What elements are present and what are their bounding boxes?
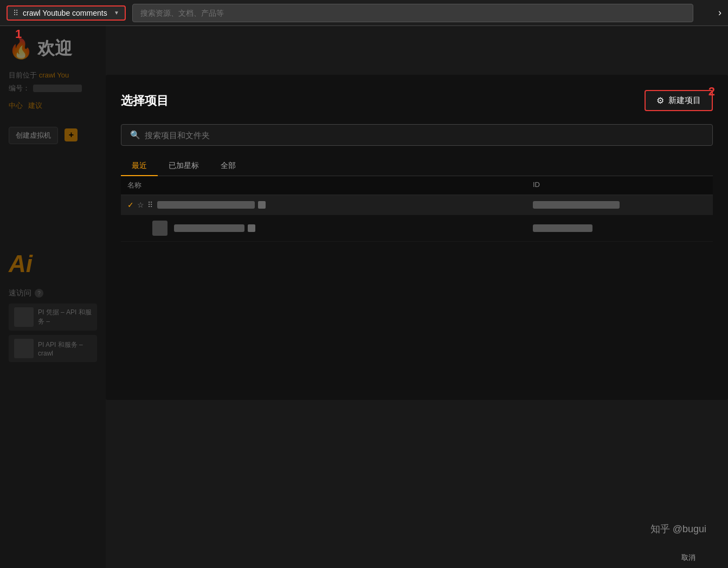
project-dots-icon: ⠿	[13, 9, 18, 17]
dots-icon: ⠿	[147, 201, 153, 209]
project-selector-label: crawl Youtube comments	[23, 9, 109, 17]
row-thumb-2	[152, 221, 167, 236]
topbar: ⠿ crawl Youtube comments ▼ ›	[0, 0, 728, 26]
tabs-row: 最近 已加星标 全部	[121, 157, 713, 176]
row-icons-1: ✓ ☆ ⠿	[127, 201, 153, 209]
row-tag-2	[248, 224, 255, 232]
tab-all[interactable]: 全部	[210, 157, 247, 176]
modal-search-input[interactable]	[145, 131, 704, 140]
tab-recent[interactable]: 最近	[121, 157, 158, 176]
row-id-blurred-1	[533, 201, 620, 209]
table-row[interactable]	[121, 215, 713, 242]
annotation-1: 1	[15, 27, 22, 41]
watermark: 知乎 @bugui	[650, 522, 706, 535]
modal-header: 选择项目 ⚙ 新建项目	[121, 90, 713, 111]
main-area: 🔥 欢迎 目前位于 crawl You 编号： 中心 建议 创建虚拟机 + Ai…	[0, 26, 728, 568]
tab-starred[interactable]: 已加星标	[158, 157, 210, 176]
row-id-blurred-2	[533, 224, 592, 232]
col-header-name: 名称	[127, 180, 533, 190]
select-project-modal: 选择项目 ⚙ 新建项目 2 🔍 最近 已加星标 全部 名称 ID ✓ ☆	[106, 75, 728, 400]
annotation-2: 2	[708, 85, 715, 99]
chevron-down-icon: ▼	[114, 10, 119, 16]
col-header-id: ID	[533, 180, 706, 190]
project-selector[interactable]: ⠿ crawl Youtube comments ▼	[7, 5, 126, 21]
modal-search-box[interactable]: 🔍	[121, 124, 713, 146]
row-name-2	[152, 221, 533, 236]
topbar-right-action: ›	[700, 7, 721, 18]
row-id-2	[533, 224, 706, 232]
search-icon: 🔍	[130, 130, 140, 140]
row-name-blurred-2	[174, 224, 244, 232]
modal-title: 选择项目	[121, 93, 169, 109]
global-search-input[interactable]	[132, 4, 693, 22]
settings-icon: ⚙	[656, 95, 664, 106]
star-icon[interactable]: ☆	[137, 201, 144, 209]
row-name-blurred-1	[157, 201, 255, 209]
row-id-1	[533, 201, 706, 209]
new-project-label: 新建项目	[668, 95, 701, 106]
check-icon: ✓	[127, 201, 134, 209]
row-tag-1	[258, 201, 266, 209]
table-row[interactable]: ✓ ☆ ⠿	[121, 195, 713, 215]
new-project-button[interactable]: ⚙ 新建项目	[645, 90, 713, 111]
row-name-1	[157, 201, 533, 209]
cancel-button[interactable]: 取消	[681, 553, 695, 563]
table-header: 名称 ID	[121, 176, 713, 195]
